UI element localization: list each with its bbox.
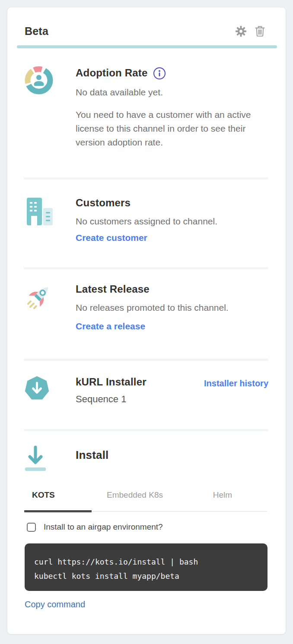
latest-release-title: Latest Release (76, 283, 268, 295)
kurl-heptagon-download-icon (25, 395, 49, 402)
section-divider (24, 359, 268, 361)
adoption-help-text: You need to have a customer with an acti… (76, 108, 268, 149)
command-line: kubectl kots install myapp/beta (34, 569, 258, 583)
customers-title: Customers (76, 197, 268, 209)
adoption-rate-section: Adoption Rate No data available yet. You… (25, 66, 268, 149)
tab-embedded-k8s[interactable]: Embedded K8s (92, 490, 178, 500)
channel-card: Beta (7, 7, 286, 635)
info-icon[interactable] (153, 67, 166, 80)
create-release-link[interactable]: Create a release (76, 321, 145, 331)
channel-accent-bar (17, 45, 277, 48)
airgap-option: Install to an airgap environment? (27, 522, 163, 532)
download-arrow-icon (25, 466, 46, 473)
airgap-label[interactable]: Install to an airgap environment? (44, 522, 163, 532)
adoption-donut-user-icon (25, 88, 53, 96)
install-command-block: curl https://kots.io/install | bash kube… (25, 543, 268, 591)
customers-empty-text: No customers assigned to channel. (76, 215, 268, 228)
channel-title: Beta (25, 25, 48, 38)
tab-helm[interactable]: Helm (178, 490, 267, 500)
kurl-installer-title: kURL Installer (76, 376, 146, 388)
adoption-rate-title: Adoption Rate (76, 67, 148, 79)
release-empty-text: No releases promoted to this channel. (76, 301, 268, 315)
install-tabs: KOTS Embedded K8s Helm (24, 486, 267, 512)
gear-icon[interactable] (235, 25, 247, 37)
latest-release-section: Latest Release No releases promoted to t… (25, 283, 268, 331)
trash-icon[interactable] (254, 25, 266, 37)
customers-section: Customers No customers assigned to chann… (25, 197, 268, 243)
airgap-checkbox[interactable] (27, 523, 36, 532)
copy-command-link[interactable]: Copy command (25, 600, 85, 609)
install-section: Install (25, 445, 268, 474)
active-tab-indicator (24, 510, 92, 512)
installer-history-link[interactable]: Installer history (204, 379, 268, 405)
installer-sequence: Sequence 1 (76, 394, 146, 405)
rocket-icon (25, 306, 54, 314)
tab-kots[interactable]: KOTS (24, 490, 92, 500)
section-divider (24, 267, 268, 269)
kurl-installer-section: kURL Installer Sequence 1 Installer hist… (25, 376, 268, 405)
card-header: Beta (7, 7, 286, 38)
install-title: Install (76, 448, 268, 462)
section-divider (24, 429, 268, 431)
section-divider (24, 177, 268, 180)
create-customer-link[interactable]: Create customer (76, 233, 147, 243)
command-line: curl https://kots.io/install | bash (34, 555, 258, 569)
buildings-icon (25, 220, 54, 227)
adoption-empty-text: No data available yet. (76, 85, 268, 99)
